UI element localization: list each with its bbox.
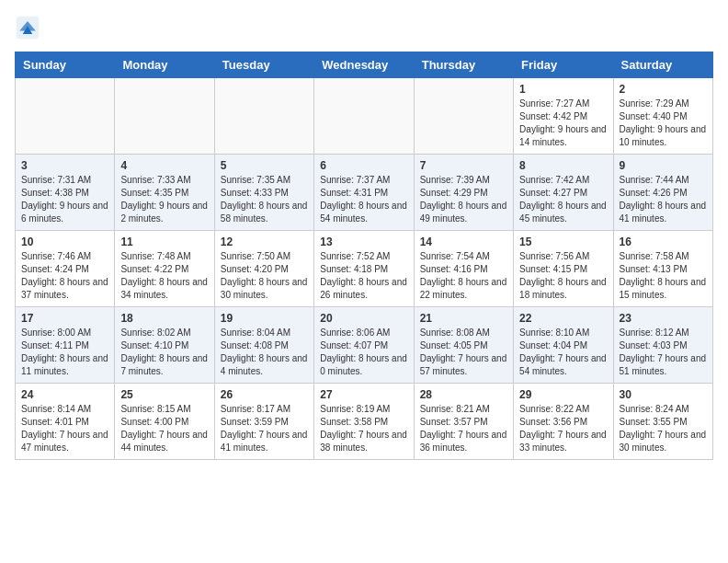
calendar-cell <box>115 78 214 155</box>
calendar-cell: 15Sunrise: 7:56 AM Sunset: 4:15 PM Dayli… <box>514 231 613 307</box>
calendar-cell <box>314 78 414 155</box>
day-info: Sunrise: 7:46 AM Sunset: 4:24 PM Dayligh… <box>21 250 108 302</box>
calendar-cell: 7Sunrise: 7:39 AM Sunset: 4:29 PM Daylig… <box>414 155 513 231</box>
calendar-cell: 6Sunrise: 7:37 AM Sunset: 4:31 PM Daylig… <box>314 155 414 231</box>
day-number: 2 <box>620 83 707 96</box>
day-header: Friday <box>514 52 613 78</box>
day-number: 12 <box>221 236 308 248</box>
week-row: 10Sunrise: 7:46 AM Sunset: 4:24 PM Dayli… <box>16 231 713 307</box>
day-header: Saturday <box>613 52 712 78</box>
day-number: 25 <box>120 388 208 401</box>
calendar-header: SundayMondayTuesdayWednesdayThursdayFrid… <box>16 52 713 78</box>
day-number: 11 <box>120 236 208 248</box>
calendar-cell: 13Sunrise: 7:52 AM Sunset: 4:18 PM Dayli… <box>314 231 414 307</box>
calendar-cell: 29Sunrise: 8:22 AM Sunset: 3:56 PM Dayli… <box>514 384 613 460</box>
calendar-cell: 22Sunrise: 8:10 AM Sunset: 4:04 PM Dayli… <box>514 307 613 384</box>
day-number: 26 <box>221 388 308 401</box>
calendar-cell: 18Sunrise: 8:02 AM Sunset: 4:10 PM Dayli… <box>115 307 214 384</box>
week-row: 3Sunrise: 7:31 AM Sunset: 4:38 PM Daylig… <box>16 155 713 231</box>
header-row: SundayMondayTuesdayWednesdayThursdayFrid… <box>16 52 713 78</box>
day-info: Sunrise: 7:42 AM Sunset: 4:27 PM Dayligh… <box>519 174 607 225</box>
day-info: Sunrise: 8:08 AM Sunset: 4:05 PM Dayligh… <box>420 327 507 378</box>
day-header: Sunday <box>16 52 115 78</box>
day-info: Sunrise: 7:39 AM Sunset: 4:29 PM Dayligh… <box>420 174 507 225</box>
day-header: Tuesday <box>214 52 313 78</box>
day-info: Sunrise: 8:21 AM Sunset: 3:57 PM Dayligh… <box>420 403 507 454</box>
day-info: Sunrise: 7:56 AM Sunset: 4:15 PM Dayligh… <box>519 250 607 302</box>
day-number: 7 <box>420 159 507 172</box>
calendar-cell <box>16 78 115 155</box>
calendar-cell: 14Sunrise: 7:54 AM Sunset: 4:16 PM Dayli… <box>414 231 513 307</box>
day-info: Sunrise: 8:24 AM Sunset: 3:55 PM Dayligh… <box>620 403 707 454</box>
calendar-body: 1Sunrise: 7:27 AM Sunset: 4:42 PM Daylig… <box>16 78 713 460</box>
day-number: 18 <box>120 312 208 325</box>
calendar-cell <box>414 78 513 155</box>
calendar-cell: 24Sunrise: 8:14 AM Sunset: 4:01 PM Dayli… <box>16 384 115 460</box>
calendar-cell: 16Sunrise: 7:58 AM Sunset: 4:13 PM Dayli… <box>613 231 712 307</box>
calendar-cell: 17Sunrise: 8:00 AM Sunset: 4:11 PM Dayli… <box>16 307 115 384</box>
calendar-cell: 26Sunrise: 8:17 AM Sunset: 3:59 PM Dayli… <box>214 384 313 460</box>
day-number: 19 <box>221 312 308 325</box>
day-number: 17 <box>21 312 108 325</box>
page-header <box>15 15 713 40</box>
day-number: 14 <box>420 236 507 248</box>
day-info: Sunrise: 8:12 AM Sunset: 4:03 PM Dayligh… <box>620 327 707 378</box>
calendar-cell: 21Sunrise: 8:08 AM Sunset: 4:05 PM Dayli… <box>414 307 513 384</box>
calendar-cell: 8Sunrise: 7:42 AM Sunset: 4:27 PM Daylig… <box>514 155 613 231</box>
day-number: 8 <box>519 159 607 172</box>
day-header: Monday <box>115 52 214 78</box>
day-number: 28 <box>420 388 507 401</box>
calendar-cell: 10Sunrise: 7:46 AM Sunset: 4:24 PM Dayli… <box>16 231 115 307</box>
day-number: 9 <box>620 159 707 172</box>
day-header: Thursday <box>414 52 513 78</box>
day-number: 16 <box>620 236 707 248</box>
calendar-cell: 4Sunrise: 7:33 AM Sunset: 4:35 PM Daylig… <box>115 155 214 231</box>
day-number: 24 <box>21 388 108 401</box>
day-number: 1 <box>519 83 607 96</box>
day-number: 13 <box>320 236 407 248</box>
calendar-cell: 12Sunrise: 7:50 AM Sunset: 4:20 PM Dayli… <box>214 231 313 307</box>
calendar-table: SundayMondayTuesdayWednesdayThursdayFrid… <box>15 52 713 460</box>
day-number: 21 <box>420 312 507 325</box>
calendar-cell: 19Sunrise: 8:04 AM Sunset: 4:08 PM Dayli… <box>214 307 313 384</box>
day-number: 15 <box>519 236 607 248</box>
day-info: Sunrise: 7:27 AM Sunset: 4:42 PM Dayligh… <box>519 98 607 149</box>
day-info: Sunrise: 7:48 AM Sunset: 4:22 PM Dayligh… <box>120 250 208 302</box>
day-number: 22 <box>519 312 607 325</box>
day-info: Sunrise: 8:04 AM Sunset: 4:08 PM Dayligh… <box>221 327 308 378</box>
calendar-cell: 30Sunrise: 8:24 AM Sunset: 3:55 PM Dayli… <box>613 384 712 460</box>
day-number: 10 <box>21 236 108 248</box>
logo <box>15 15 44 40</box>
day-info: Sunrise: 8:06 AM Sunset: 4:07 PM Dayligh… <box>320 327 407 378</box>
calendar-cell: 20Sunrise: 8:06 AM Sunset: 4:07 PM Dayli… <box>314 307 414 384</box>
calendar-cell: 9Sunrise: 7:44 AM Sunset: 4:26 PM Daylig… <box>613 155 712 231</box>
day-info: Sunrise: 7:33 AM Sunset: 4:35 PM Dayligh… <box>120 174 208 225</box>
day-info: Sunrise: 8:00 AM Sunset: 4:11 PM Dayligh… <box>21 327 108 378</box>
day-info: Sunrise: 8:02 AM Sunset: 4:10 PM Dayligh… <box>120 327 208 378</box>
day-info: Sunrise: 7:37 AM Sunset: 4:31 PM Dayligh… <box>320 174 407 225</box>
calendar-cell: 11Sunrise: 7:48 AM Sunset: 4:22 PM Dayli… <box>115 231 214 307</box>
day-number: 6 <box>320 159 407 172</box>
calendar-cell: 1Sunrise: 7:27 AM Sunset: 4:42 PM Daylig… <box>514 78 613 155</box>
calendar-cell: 27Sunrise: 8:19 AM Sunset: 3:58 PM Dayli… <box>314 384 414 460</box>
day-info: Sunrise: 7:35 AM Sunset: 4:33 PM Dayligh… <box>221 174 308 225</box>
week-row: 17Sunrise: 8:00 AM Sunset: 4:11 PM Dayli… <box>16 307 713 384</box>
day-number: 3 <box>21 159 108 172</box>
logo-icon <box>15 15 40 40</box>
day-info: Sunrise: 8:14 AM Sunset: 4:01 PM Dayligh… <box>21 403 108 454</box>
calendar-cell: 25Sunrise: 8:15 AM Sunset: 4:00 PM Dayli… <box>115 384 214 460</box>
calendar-cell: 28Sunrise: 8:21 AM Sunset: 3:57 PM Dayli… <box>414 384 513 460</box>
day-number: 27 <box>320 388 407 401</box>
calendar-cell <box>214 78 313 155</box>
calendar-cell: 2Sunrise: 7:29 AM Sunset: 4:40 PM Daylig… <box>613 78 712 155</box>
day-info: Sunrise: 8:15 AM Sunset: 4:00 PM Dayligh… <box>120 403 208 454</box>
day-number: 29 <box>519 388 607 401</box>
day-number: 30 <box>620 388 707 401</box>
day-info: Sunrise: 7:50 AM Sunset: 4:20 PM Dayligh… <box>221 250 308 302</box>
day-info: Sunrise: 8:10 AM Sunset: 4:04 PM Dayligh… <box>519 327 607 378</box>
day-number: 4 <box>120 159 208 172</box>
day-info: Sunrise: 7:58 AM Sunset: 4:13 PM Dayligh… <box>620 250 707 302</box>
day-header: Wednesday <box>314 52 414 78</box>
day-number: 5 <box>221 159 308 172</box>
day-number: 20 <box>320 312 407 325</box>
